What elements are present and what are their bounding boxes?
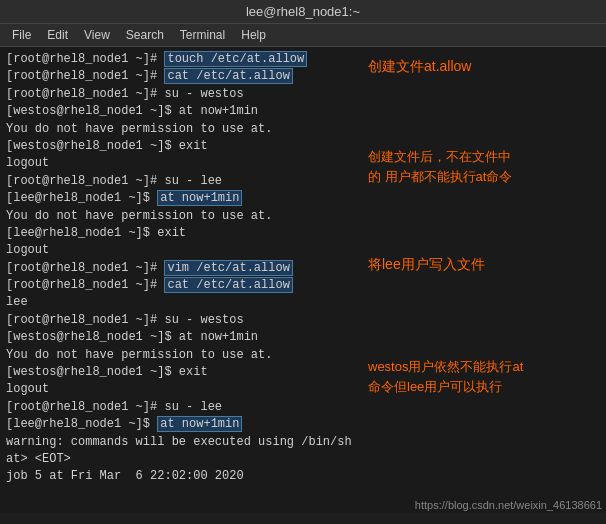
term-line-11: [lee@rhel8_node1 ~]$ exit <box>6 225 354 242</box>
menu-terminal[interactable]: Terminal <box>172 26 233 44</box>
term-line-12: logout <box>6 242 354 259</box>
menu-search[interactable]: Search <box>118 26 172 44</box>
menu-view[interactable]: View <box>76 26 118 44</box>
term-line-14: [root@rhel8_node1 ~]# cat /etc/at.allow <box>6 277 354 294</box>
term-line-17: [westos@rhel8_node1 ~]$ at now+1min <box>6 329 354 346</box>
menu-edit[interactable]: Edit <box>39 26 76 44</box>
menu-bar: File Edit View Search Terminal Help <box>0 24 606 47</box>
term-line-16: [root@rhel8_node1 ~]# su - westos <box>6 312 354 329</box>
terminal[interactable]: [root@rhel8_node1 ~]# touch /etc/at.allo… <box>0 47 360 513</box>
term-line-8: [root@rhel8_node1 ~]# su - lee <box>6 173 354 190</box>
url-bar: https://blog.csdn.net/weixin_46138661 <box>411 497 606 513</box>
term-line-7: logout <box>6 155 354 172</box>
term-line-13: [root@rhel8_node1 ~]# vim /etc/at.allow <box>6 260 354 277</box>
term-line-2: [root@rhel8_node1 ~]# cat /etc/at.allow <box>6 68 354 85</box>
title-bar: lee@rhel8_node1:~ <box>0 0 606 24</box>
annotation-3: 将lee用户写入文件 <box>368 255 485 275</box>
term-line-25: job 5 at Fri Mar 6 22:02:00 2020 <box>6 468 354 485</box>
term-line-19: [westos@rhel8_node1 ~]$ exit <box>6 364 354 381</box>
annotation-2: 创建文件后，不在文件中的 用户都不能执行at命令 <box>368 147 512 186</box>
title-text: lee@rhel8_node1:~ <box>246 4 360 19</box>
term-line-20: logout <box>6 381 354 398</box>
main-content: [root@rhel8_node1 ~]# touch /etc/at.allo… <box>0 47 606 513</box>
term-line-6: [westos@rhel8_node1 ~]$ exit <box>6 138 354 155</box>
term-line-4: [westos@rhel8_node1 ~]$ at now+1min <box>6 103 354 120</box>
term-line-5: You do not have permission to use at. <box>6 121 354 138</box>
menu-file[interactable]: File <box>4 26 39 44</box>
term-line-1: [root@rhel8_node1 ~]# touch /etc/at.allo… <box>6 51 354 68</box>
term-line-21: [root@rhel8_node1 ~]# su - lee <box>6 399 354 416</box>
term-line-9: [lee@rhel8_node1 ~]$ at now+1min <box>6 190 354 207</box>
term-line-18: You do not have permission to use at. <box>6 347 354 364</box>
term-line-24: at> <EOT> <box>6 451 354 468</box>
annotation-4: westos用户依然不能执行at命令但lee用户可以执行 <box>368 357 523 396</box>
menu-help[interactable]: Help <box>233 26 274 44</box>
term-line-22: [lee@rhel8_node1 ~]$ at now+1min <box>6 416 354 433</box>
term-line-10: You do not have permission to use at. <box>6 208 354 225</box>
term-line-3: [root@rhel8_node1 ~]# su - westos <box>6 86 354 103</box>
term-line-15: lee <box>6 294 354 311</box>
annotation-1: 创建文件at.allow <box>368 57 471 77</box>
annotations-panel: 创建文件at.allow 创建文件后，不在文件中的 用户都不能执行at命令 将l… <box>360 47 606 513</box>
url-text: https://blog.csdn.net/weixin_46138661 <box>415 499 602 511</box>
term-line-23: warning: commands will be executed using… <box>6 434 354 451</box>
